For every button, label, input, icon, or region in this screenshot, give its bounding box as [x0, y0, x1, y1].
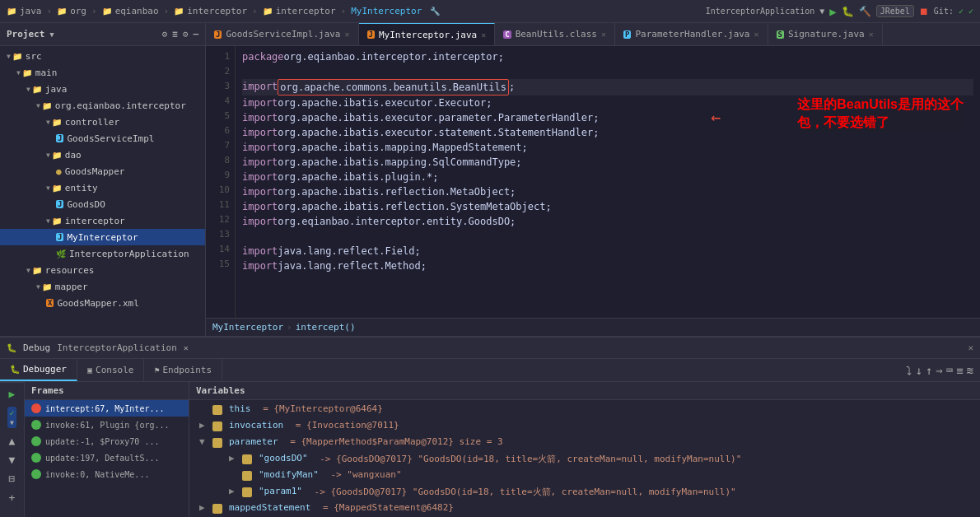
var-item-param1[interactable]: ▶"param1" -> {GoodsDO@7017} "GoodsDO(id=… [189, 484, 980, 501]
frame-item-invoke61[interactable]: invoke:61, Plugin {org... [25, 417, 189, 433]
tree-item-GoodsServiceImpl[interactable]: JGoodsServiceImpl [0, 130, 205, 147]
frame-item-intercept67[interactable]: intercept:67, MyInter... [25, 400, 189, 417]
debug-close-button[interactable]: ✕ [968, 342, 973, 353]
var-value: = {Invocation@7011} [296, 420, 399, 431]
tree-item-label: InterceptorApplication [69, 249, 189, 259]
editor-tab-bar: J GoodsServiceImpl.java ✕J MyInterceptor… [206, 23, 980, 46]
var-icon [212, 504, 222, 514]
tree-item-org.eqianbao.interceptor[interactable]: ▼📁org.eqianbao.interceptor [0, 97, 205, 114]
collapse-icon[interactable]: ≡ [172, 29, 178, 40]
endpoints-tab-label: Endpoints [162, 365, 212, 375]
frame-item-update197[interactable]: update:197, DefaultS... [25, 449, 189, 466]
stop-button[interactable]: ⏹ [919, 6, 929, 17]
tab-close-button[interactable]: ✕ [601, 30, 606, 39]
var-icon [242, 487, 252, 497]
dropdown-icon[interactable]: ▼ [10, 419, 14, 426]
frame-item-update1[interactable]: update:-1, $Proxy70 ... [25, 433, 189, 449]
tab-Signature[interactable]: S Signature.java ✕ [768, 23, 883, 45]
run-cursor-icon[interactable]: ⇒ [936, 364, 942, 377]
frame-label: update:-1, $Proxy70 ... [45, 437, 159, 446]
tab-BeanUtils[interactable]: C BeanUtils.class ✕ [495, 23, 615, 45]
expand-toggle[interactable]: ▶ [199, 420, 209, 431]
tab-close-button[interactable]: ✕ [754, 30, 759, 39]
tree-item-src[interactable]: ▼📁src [0, 48, 205, 64]
frames-icon[interactable]: ≡ [956, 364, 963, 377]
step-into-icon[interactable]: ↓ [915, 364, 922, 377]
tree-item-controller[interactable]: ▼📁controller [0, 114, 205, 130]
nav-java: java [20, 6, 42, 16]
debug-button[interactable]: 🐛 [842, 6, 854, 17]
nav-org: org [70, 6, 86, 16]
tree-item-resources[interactable]: ▼📁resources [0, 262, 205, 278]
frame-item-invoke0[interactable]: invoke:0, NativeMe... [25, 466, 189, 482]
expand-icon: ▼ [36, 102, 40, 109]
step-out-icon[interactable]: ↑ [926, 364, 932, 377]
sync-icon[interactable]: ⚙ [162, 29, 168, 40]
git-check2-icon: ✓ [968, 7, 973, 16]
tree-item-entity[interactable]: ▼📁entity [0, 179, 205, 196]
project-tree: ▼📁src▼📁main▼📁java▼📁org.eqianbao.intercep… [0, 46, 205, 336]
expand-toggle[interactable]: ▶ [229, 486, 239, 496]
tree-item-GoodsMapper[interactable]: ●GoodsMapper [0, 163, 205, 179]
frame-status-icon [31, 403, 41, 413]
expand-toggle[interactable]: ▼ [199, 436, 209, 447]
close-sidebar-icon[interactable]: — [193, 29, 198, 40]
settings-icon[interactable]: ⚙ [183, 29, 189, 40]
folder-icon: 📁 [52, 118, 62, 127]
tree-item-GoodsMapper.xml[interactable]: XGoodsMapper.xml [0, 295, 205, 311]
debug-tab-console[interactable]: ▣ Console [77, 359, 144, 381]
tree-item-GoodsDO[interactable]: JGoodsDO [0, 196, 205, 212]
run-button[interactable]: ▶ [829, 5, 836, 18]
tab-MyInterceptor[interactable]: J MyInterceptor.java ✕ [359, 23, 496, 45]
nav-interceptor1-icon: 📁 [174, 7, 184, 16]
resume-icon[interactable]: ▶ [9, 388, 16, 400]
jrebel-tag[interactable]: JRebel [876, 5, 914, 17]
run-config-label[interactable]: InterceptorApplication [706, 7, 814, 16]
tree-item-main[interactable]: ▼📁main [0, 64, 205, 81]
code-line-1: package org.eqianbao.interceptor.interce… [242, 49, 973, 64]
evaluate-icon[interactable]: ⌨ [946, 364, 953, 377]
tab-close-button[interactable]: ✕ [481, 30, 486, 40]
tree-item-InterceptorApplication[interactable]: 🌿InterceptorApplication [0, 245, 205, 262]
debug-tab-endpoints[interactable]: ⚑ Endpoints [144, 359, 222, 381]
var-item-parameter[interactable]: ▼parameter = {MapperMethod$ParamMap@7012… [189, 435, 980, 451]
nav-myinterceptor[interactable]: MyInterceptor [351, 6, 422, 16]
filter-icon[interactable]: ⊟ [9, 473, 16, 485]
step-down-icon[interactable]: ▼ [9, 454, 16, 466]
folder-icon: 📁 [22, 68, 32, 77]
step-up-icon[interactable]: ▲ [9, 435, 16, 447]
tab-ParameterHandler[interactable]: P ParameterHandler.java ✕ [615, 23, 768, 45]
breadcrumb-file[interactable]: MyInterceptor [212, 322, 283, 333]
tree-item-MyInterceptor[interactable]: JMyInterceptor [0, 229, 205, 245]
frame-label: intercept:67, MyInter... [45, 404, 165, 413]
var-item-modifyMan[interactable]: "modifyMan" -> "wangxuan" [189, 468, 980, 484]
code-content[interactable]: package org.eqianbao.interceptor.interce… [236, 46, 980, 318]
breadcrumb-bar: MyInterceptor › intercept() [206, 318, 980, 336]
var-item-goodsDO[interactable]: ▶"goodsDO" -> {GoodsDO@7017} "GoodsDO(id… [189, 451, 980, 468]
tree-item-label: dao [65, 150, 82, 161]
folder-icon: 📁 [52, 217, 62, 226]
tree-item-label: entity [65, 183, 98, 193]
breadcrumb-method[interactable]: intercept() [296, 322, 356, 333]
add-watch-icon[interactable]: + [9, 491, 16, 504]
streams-icon[interactable]: ≋ [967, 364, 973, 377]
var-item-this[interactable]: this = {MyInterceptor@6464} [189, 402, 980, 418]
expand-icon: ▼ [46, 217, 50, 225]
tab-close-button[interactable]: ✕ [869, 30, 874, 39]
tab-GoodsServiceImpl[interactable]: J GoodsServiceImpl.java ✕ [206, 23, 359, 45]
debug-tab-debugger[interactable]: 🐛 Debugger [0, 359, 77, 381]
tree-item-interceptor[interactable]: ▼📁interceptor [0, 212, 205, 229]
step-over-icon[interactable]: ⤵ [906, 364, 912, 377]
var-item-mappedStatement[interactable]: ▶mappedStatement = {MappedStatement@6482… [189, 501, 980, 517]
debug-content: ▶ ✓ ▼ ▲ ▼ ⊟ + Frames intercept:67, MyInt… [0, 382, 980, 517]
check-icon[interactable]: ✓ [9, 408, 14, 417]
tab-close-button[interactable]: ✕ [345, 30, 350, 39]
expand-toggle[interactable]: ▶ [229, 453, 239, 463]
console-tab-label: Console [96, 365, 133, 375]
var-item-invocation[interactable]: ▶invocation = {Invocation@7011} [189, 418, 980, 435]
expand-toggle[interactable]: ▶ [199, 502, 209, 513]
tree-item-java[interactable]: ▼📁java [0, 81, 205, 97]
tree-item-dao[interactable]: ▼📁dao [0, 147, 205, 163]
tree-item-mapper[interactable]: ▼📁mapper [0, 278, 205, 295]
build-button[interactable]: 🔨 [859, 6, 871, 17]
